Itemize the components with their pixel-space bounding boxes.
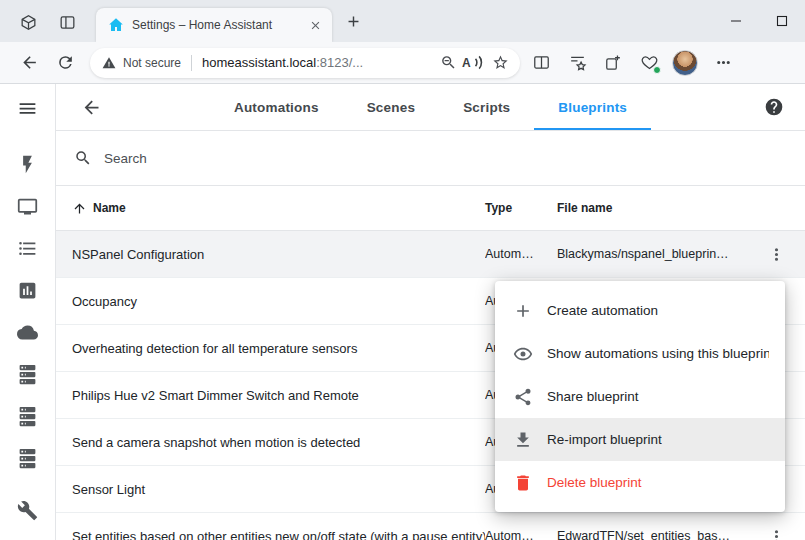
type-header[interactable]: Type [485,201,557,215]
file-header[interactable]: File name [557,201,747,215]
sidebar-nav [8,152,48,470]
address-bar[interactable]: Not secure homeassistant.local:8123/... … [90,48,520,78]
tab-strip: Settings – Home Assistant [0,0,805,42]
sidebar-item-server-1[interactable] [8,362,48,386]
energy-bolt-icon [17,154,38,175]
ha-header: Automations Scenes Scripts Blueprints [56,84,805,131]
cloud-icon [17,322,38,343]
search-bar[interactable] [56,131,805,185]
name-header-label: Name [93,201,126,215]
eye-icon [513,344,533,364]
sidebar-item-server-2[interactable] [8,404,48,428]
row-name: Set entities based on other entities new… [56,529,485,540]
sidebar-item-media[interactable] [8,194,48,218]
dots-vertical-icon [767,245,786,264]
sidebar-menu-button[interactable] [8,87,48,130]
sidebar-item-cloud[interactable] [8,320,48,344]
menu-item-label: Create automation [547,303,658,318]
table-header: Name Type File name [56,185,805,231]
ha-sidebar [0,84,56,540]
browser-menu-button[interactable] [708,48,738,78]
window-controls [713,0,805,42]
hamburger-menu-icon [17,98,38,119]
sidebar-item-logbook[interactable] [8,236,48,260]
server-icon [17,448,38,469]
row-file: Blackymas/nspanel_blueprin… [557,247,747,261]
tab-scenes[interactable]: Scenes [343,84,439,130]
row-overflow-menu-button[interactable] [758,518,794,540]
new-tab-button[interactable] [342,10,364,32]
menu-item-label: Delete blueprint [547,475,642,490]
back-arrow-icon [81,97,102,118]
browser-tab[interactable]: Settings – Home Assistant [96,8,332,42]
refresh-button[interactable] [50,48,80,78]
zoom-icon [440,54,457,71]
help-button[interactable] [761,94,787,120]
sidebar-item-energy[interactable] [8,152,48,176]
row-file: EdwardTFN/set_entities_bas… [557,529,747,540]
maximize-button[interactable] [759,0,805,42]
url-path: :8123/... [316,55,363,70]
collections-icon [604,53,623,72]
server-icon [17,406,38,427]
tab-automations[interactable]: Automations [210,84,343,130]
menu-item-share-blueprint[interactable]: Share blueprint [495,375,785,418]
dots-vertical-icon [767,527,786,540]
menu-item-create-automation[interactable]: Create automation [495,289,785,332]
favorites-hub-button[interactable] [562,48,592,78]
search-icon [74,149,92,167]
row-type: Autom… [485,247,557,261]
profile-avatar[interactable] [672,50,698,76]
tab-title: Settings – Home Assistant [132,18,298,32]
browser-window: Settings – Home Assistant [0,0,805,540]
menu-item-label: Re-import blueprint [547,432,662,447]
url-text[interactable]: homeassistant.local:8123/... [202,55,434,70]
share-icon [513,387,533,407]
menu-item-show-automations[interactable]: Show automations using this blueprint [495,332,785,375]
chart-box-icon [17,280,38,301]
table-row-nspanel-configuration[interactable]: NSPanel Configuration Autom… Blackymas/n… [56,231,805,278]
tab-blueprints[interactable]: Blueprints [534,84,651,130]
minimize-button[interactable] [713,0,759,42]
row-name: NSPanel Configuration [56,247,485,262]
browser-essentials-button[interactable] [634,48,664,78]
favorite-button[interactable] [488,51,512,75]
tab-actions-icon [58,13,77,32]
media-display-icon [17,196,38,217]
workspaces-button[interactable] [15,9,41,35]
ha-tab-bar: Automations Scenes Scripts Blueprints [210,84,651,130]
download-icon [513,430,533,450]
name-header[interactable]: Name [56,201,485,216]
star-icon [492,54,509,71]
browser-toolbar: Not secure homeassistant.local:8123/... … [0,42,805,84]
sidebar-item-developer-tools[interactable] [8,498,48,522]
back-button[interactable] [14,48,44,78]
sidebar-item-server-3[interactable] [8,446,48,470]
plus-icon [513,301,533,321]
help-icon [764,97,784,117]
site-info-button[interactable]: Not secure [102,56,181,70]
menu-item-reimport-blueprint[interactable]: Re-import blueprint [495,418,785,461]
read-aloud-label: A [462,56,471,70]
table-row-set-entities[interactable]: Set entities based on other entities new… [56,513,805,540]
split-screen-button[interactable] [526,48,556,78]
tab-close-button[interactable] [306,16,324,34]
ha-back-button[interactable] [76,92,106,122]
menu-item-label: Show automations using this blueprint [547,346,769,361]
tab-actions-button[interactable] [54,9,80,35]
maximize-icon [776,15,788,27]
zoom-button[interactable] [436,51,460,75]
plus-icon [345,13,362,30]
close-icon [309,19,322,32]
server-icon [17,364,38,385]
essentials-status-dot [653,66,661,74]
sidebar-item-history[interactable] [8,278,48,302]
collections-button[interactable] [598,48,628,78]
sound-waves-icon [472,54,486,71]
row-overflow-menu-button[interactable] [758,236,794,272]
menu-item-delete-blueprint[interactable]: Delete blueprint [495,461,785,504]
menu-item-label: Share blueprint [547,389,639,404]
search-input[interactable] [104,151,781,166]
read-aloud-button[interactable]: A [462,51,486,75]
tab-scripts[interactable]: Scripts [439,84,534,130]
